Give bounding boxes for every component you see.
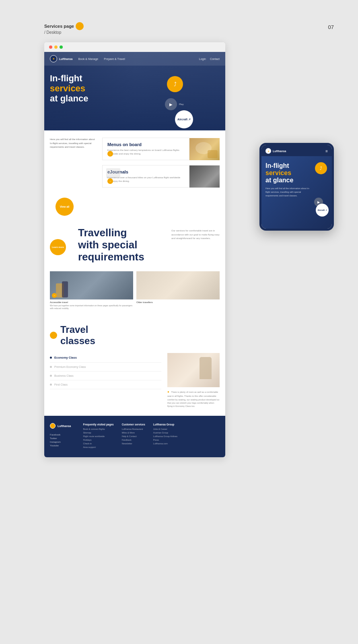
menus-arrow[interactable]: → xyxy=(107,151,113,157)
nav-links: Book & Manage Prepare & Travel xyxy=(78,58,125,60)
footer-facebook[interactable]: Facebook xyxy=(50,433,71,436)
mobile-inner: ✦ Lufthansa ≡ ⤴ In-flight services at gl… xyxy=(261,145,332,229)
ejournals-arrow[interactable]: → xyxy=(107,178,113,184)
food-photo xyxy=(189,138,220,160)
footer-col2-link4[interactable]: Feedback xyxy=(122,439,145,441)
navbar: ✦ Lufthansa Book & Manage Prepare & Trav… xyxy=(44,52,225,66)
footer-col3-link2[interactable]: Austrian Group xyxy=(153,431,177,434)
accessible-travel-card: → Accessible travel We have put together… xyxy=(50,271,133,310)
class-item-economy[interactable]: Economy Class xyxy=(50,353,161,363)
class-dot-premium xyxy=(50,366,52,368)
mobile-hamburger-icon[interactable]: ≡ xyxy=(325,149,328,153)
view-all-section: View all xyxy=(44,194,225,219)
dot-red[interactable] xyxy=(49,45,52,49)
footer-col3-link1[interactable]: Jobs & Career xyxy=(153,428,177,430)
footer-col-1: Frequently visited pages Book & connect … xyxy=(83,423,113,450)
page-label: Services page / Desktop xyxy=(44,22,84,35)
service-card-menus-content: Menus on board Experience the best culin… xyxy=(102,138,189,160)
hero-content: In-flight services at glance xyxy=(44,66,225,111)
mobile-share-button[interactable]: ⤴ xyxy=(315,162,327,174)
services-intro-text: Here you will find all the information a… xyxy=(50,138,98,149)
classes-list: Economy Class Premium Economy Class Busi… xyxy=(50,353,220,408)
mobile-crane-icon: ✦ xyxy=(267,150,270,153)
nav-right: Login Contact xyxy=(199,58,220,60)
play-label: Play xyxy=(179,103,184,105)
mobile-aircraft-button[interactable]: Aircraft ↗ xyxy=(316,204,329,217)
mobile-logo-text: Lufthansa xyxy=(273,150,286,153)
nav-contact[interactable]: Contact xyxy=(210,58,220,60)
footer-col3-title: Lufthansa Group xyxy=(153,423,177,426)
class-label-economy: Economy Class xyxy=(54,356,77,359)
class-item-business[interactable]: Business Class xyxy=(50,372,161,380)
class-item-premium[interactable]: Premium Economy Class xyxy=(50,363,161,372)
class-note: ● There is plenty of room as well as a c… xyxy=(167,390,220,408)
footer-col3-link4[interactable]: Press xyxy=(153,439,177,441)
mobile-lh-circle: ✦ xyxy=(265,148,271,154)
footer-youtube[interactable]: Youtube xyxy=(50,444,71,447)
footer-col1-link5[interactable]: Check-in xyxy=(83,442,113,445)
class-item-first[interactable]: First Class xyxy=(50,380,161,389)
footer-col2-link3[interactable]: Help & Contact xyxy=(122,435,145,438)
footer-logo-text: Lufthansa xyxy=(58,425,71,427)
travel-classes-title: Travel classes xyxy=(60,324,95,347)
special-requirements-section: Learn more Travelling with special requi… xyxy=(44,219,225,314)
menus-image xyxy=(189,138,220,160)
aircraft-button[interactable]: Aircraft ↗ xyxy=(175,110,193,128)
footer-col2-link5[interactable]: Newsletter xyxy=(122,442,145,445)
share-button[interactable]: ⤴ xyxy=(167,76,183,92)
label-subtitle: / Desktop xyxy=(44,30,84,35)
label-title: Services page xyxy=(44,24,74,29)
label-circle xyxy=(76,22,84,30)
footer-col1-link3[interactable]: Flight route worldwide xyxy=(83,435,113,438)
footer: Lufthansa Facebook Twitter Instagram You… xyxy=(44,416,225,457)
footer-col3-link3[interactable]: Lufthansa Group Airlines xyxy=(153,435,177,438)
view-all-button[interactable]: View all xyxy=(56,198,74,216)
class-label-business: Business Class xyxy=(54,374,74,377)
lufthansa-logo: ✦ Lufthansa xyxy=(50,55,72,62)
service-card-ejournals: eJournals Experience over a thousand tit… xyxy=(102,165,220,188)
footer-col1-link1[interactable]: Book & connect flights xyxy=(83,428,113,430)
footer-col2-title: Customer services xyxy=(122,423,145,426)
class-label-first: First Class xyxy=(54,383,68,386)
footer-instagram[interactable]: Instagram xyxy=(50,441,71,443)
special-description: Our services for comfortable travel are … xyxy=(171,229,220,241)
play-button[interactable]: ▶ xyxy=(165,98,177,110)
lh-crane-icon: ✦ xyxy=(52,57,55,61)
footer-col2-link1[interactable]: Lufthansa Restaurant xyxy=(122,428,145,430)
travel-title-line2: classes xyxy=(60,335,95,346)
older-travellers-card: Older travellers xyxy=(136,271,220,310)
nav-login[interactable]: Login xyxy=(199,58,206,60)
footer-logo-circle xyxy=(50,423,56,429)
accessible-arrow[interactable]: → xyxy=(52,293,57,298)
footer-col1-link4[interactable]: Holidays xyxy=(83,439,113,441)
lh-logo-circle: ✦ xyxy=(50,55,57,62)
learn-more-button[interactable]: Learn more xyxy=(50,239,66,255)
dot-green[interactable] xyxy=(60,45,63,49)
nav-link-prepare[interactable]: Prepare & Travel xyxy=(104,58,125,60)
footer-col2-link2[interactable]: Miles & More xyxy=(122,431,145,434)
hero-title-line3: at glance xyxy=(50,94,220,103)
special-title-line3: requirements xyxy=(78,251,144,263)
travel-title-line1: Travel xyxy=(60,324,88,335)
mobile-mockup: ✦ Lufthansa ≡ ⤴ In-flight services at gl… xyxy=(259,143,334,231)
footer-col1-link6[interactable]: Area support xyxy=(83,446,113,448)
class-dot-business xyxy=(50,375,52,377)
mobile-lh-logo: ✦ Lufthansa xyxy=(265,148,286,154)
footer-twitter[interactable]: Twitter xyxy=(50,437,71,440)
yellow-dot xyxy=(50,332,57,339)
class-dot-economy xyxy=(50,357,52,359)
dot-yellow[interactable] xyxy=(54,45,58,49)
nav-link-book[interactable]: Book & Manage xyxy=(78,58,98,60)
menus-title: Menus on board xyxy=(107,142,184,147)
page-number: 07 xyxy=(328,24,334,30)
footer-col1-link2[interactable]: Sitemap xyxy=(83,431,113,434)
mobile-hero-desc: Here you will find all the information a… xyxy=(265,187,314,197)
special-title-line1: Travelling xyxy=(78,227,127,239)
mobile-hero: ⤴ In-flight services at glance Here you … xyxy=(261,156,332,229)
hero-title-yellow: services xyxy=(50,83,220,94)
footer-col3-link5[interactable]: Lufthansa.com xyxy=(153,442,177,445)
services-section: Here you will find all the information a… xyxy=(44,130,225,194)
hero-title-line1: In-flight xyxy=(50,74,220,83)
class-dot-first xyxy=(50,384,52,386)
footer-col-2: Customer services Lufthansa Restaurant M… xyxy=(122,423,145,450)
